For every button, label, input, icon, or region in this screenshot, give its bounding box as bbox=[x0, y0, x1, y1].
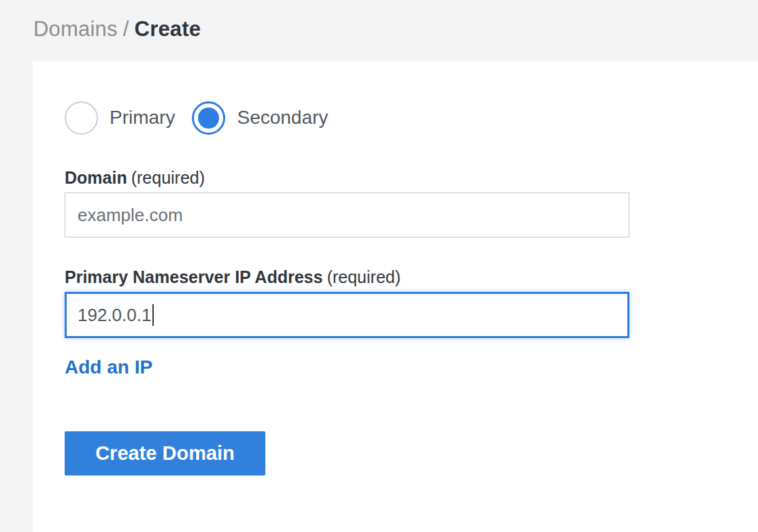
create-domain-form-card: Primary Secondary Domain(required) examp… bbox=[33, 61, 758, 532]
ip-field-label: Primary Nameserver IP Address(required) bbox=[65, 269, 758, 286]
radio-secondary-label[interactable]: Secondary bbox=[237, 107, 328, 129]
add-an-ip-link[interactable]: Add an IP bbox=[65, 356, 160, 378]
domain-required-hint: (required) bbox=[131, 168, 205, 187]
domain-input[interactable]: example.com bbox=[65, 193, 629, 237]
breadcrumb-separator: / bbox=[123, 17, 129, 41]
radio-primary-dot bbox=[71, 107, 92, 129]
ip-input-value: 192.0.0.1 bbox=[78, 305, 151, 326]
radio-secondary-circle[interactable] bbox=[192, 101, 225, 135]
create-domain-button[interactable]: Create Domain bbox=[65, 431, 265, 476]
domain-field-label: Domain(required) bbox=[65, 169, 758, 186]
text-cursor-caret bbox=[152, 304, 154, 326]
radio-option-secondary[interactable]: Secondary bbox=[192, 101, 328, 135]
radio-option-primary[interactable]: Primary bbox=[65, 101, 175, 135]
breadcrumb: Domains/Create bbox=[33, 17, 758, 41]
ip-input[interactable]: 192.0.0.1 bbox=[65, 292, 629, 338]
domain-input-value: example.com bbox=[78, 205, 183, 226]
radio-primary-circle[interactable] bbox=[65, 101, 98, 135]
domain-label-text: Domain bbox=[65, 168, 127, 187]
ip-label-text: Primary Nameserver IP Address bbox=[65, 267, 323, 286]
radio-secondary-dot bbox=[198, 107, 219, 129]
radio-primary-label[interactable]: Primary bbox=[110, 107, 175, 129]
domain-type-radio-group: Primary Secondary bbox=[65, 101, 758, 135]
breadcrumb-current-page: Create bbox=[135, 17, 201, 41]
ip-required-hint: (required) bbox=[327, 267, 400, 286]
breadcrumb-domains-link[interactable]: Domains bbox=[33, 17, 118, 41]
page-header: Domains/Create bbox=[0, 0, 758, 61]
